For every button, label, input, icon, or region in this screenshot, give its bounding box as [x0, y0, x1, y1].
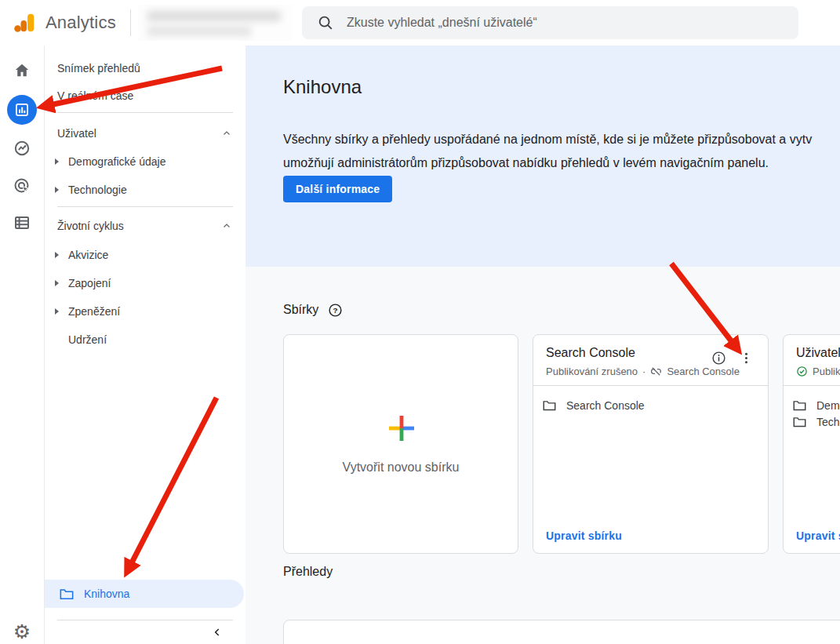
chevron-up-icon [222, 221, 231, 231]
card-report-list: Demografické údaje Technologie [784, 386, 840, 430]
dot-separator: · [642, 366, 645, 377]
rail-advertising-button[interactable] [6, 170, 38, 202]
expand-right-icon [55, 187, 59, 193]
analytics-logo-icon[interactable] [13, 11, 37, 35]
expand-right-icon [55, 280, 59, 286]
reports-heading: Přehledy [283, 564, 333, 580]
search-icon [317, 14, 334, 31]
link-off-icon [650, 366, 662, 377]
sidebar-item-retention[interactable]: Udržení [45, 332, 245, 347]
svg-text:?: ? [333, 305, 338, 314]
card-header: Search Console Publikování zrušeno · Sea… [533, 335, 768, 385]
chevron-left-icon [212, 627, 223, 638]
sidebar-divider [57, 112, 233, 113]
home-icon [13, 61, 31, 80]
sidebar-item-realtime[interactable]: V reálném čase [45, 88, 245, 104]
card-title: Uživatel [796, 346, 840, 360]
edit-collection-link[interactable]: Upravit sbírku [796, 529, 840, 542]
info-icon[interactable] [709, 348, 728, 367]
gear-icon: ⚙ [13, 622, 31, 642]
more-options-icon[interactable] [736, 348, 755, 367]
card-status-row: Publikování zrušeno · Search Console [546, 366, 755, 377]
chevron-up-icon [222, 129, 231, 138]
linked-property-label: Search Console [667, 366, 740, 377]
folder-icon [793, 417, 806, 428]
topbar-divider [130, 9, 131, 36]
list-table-icon [13, 213, 31, 232]
sidebar-item-monetization[interactable]: Zpeněžení [45, 304, 245, 319]
sidebar-item-demographics[interactable]: Demografické údaje [45, 154, 245, 169]
collection-card-search-console: Search Console Publikování zrušeno · Sea… [533, 334, 769, 554]
sidebar-section-lifecycle[interactable]: Životní cyklus [45, 218, 245, 234]
nav-rail: ⚙ [0, 45, 45, 644]
rail-home-button[interactable] [6, 55, 38, 86]
collapse-sidebar-button[interactable] [208, 623, 227, 642]
global-search [302, 6, 798, 39]
folder-icon [60, 588, 74, 600]
sidebar-item-snapshot[interactable]: Snímek přehledů [45, 60, 245, 76]
report-list-item[interactable]: Demografické údaje [793, 397, 840, 413]
learn-more-button[interactable]: Další informace [283, 176, 392, 202]
expand-right-icon [55, 252, 59, 258]
account-property-selector-redacted[interactable] [138, 5, 292, 41]
collection-card-user: Uživatel Publikováno Demografické údaje [783, 334, 840, 554]
sidebar-item-library[interactable]: Knihovna [45, 580, 244, 608]
sidebar-item-technology[interactable]: Technologie [45, 182, 245, 198]
card-report-list: Search Console [533, 386, 768, 413]
rail-admin-library-button[interactable] [6, 207, 38, 238]
folder-icon [543, 400, 556, 411]
expand-right-icon [55, 158, 59, 165]
sidebar-divider [57, 206, 233, 207]
search-input[interactable] [347, 16, 786, 30]
reports-icon [14, 102, 30, 118]
collections-heading: Sbírky ? [283, 302, 343, 318]
redacted-text-line [147, 26, 251, 36]
reports-sidebar: Snímek přehledů V reálném čase Uživatel … [45, 45, 245, 644]
advertising-icon [13, 176, 31, 195]
sidebar-section-user[interactable]: Uživatel [45, 126, 245, 141]
create-collection-label: Vytvořit novou sbírku [284, 460, 518, 475]
publish-status: Publikováno [813, 366, 840, 377]
folder-icon [793, 400, 806, 411]
reports-table-panel [283, 620, 840, 644]
google-plus-icon [387, 414, 416, 446]
rail-settings-button[interactable]: ⚙ [6, 616, 38, 644]
edit-collection-link[interactable]: Upravit sbírku [546, 529, 622, 542]
rail-explore-button[interactable] [6, 133, 38, 164]
published-check-icon [796, 366, 808, 377]
sidebar-item-engagement[interactable]: Zapojení [45, 275, 245, 291]
expand-right-icon [55, 308, 59, 315]
publish-status: Publikování zrušeno [546, 366, 638, 377]
page-title: Knihovna [283, 76, 362, 98]
help-icon[interactable]: ? [328, 303, 343, 318]
report-list-item[interactable]: Search Console [543, 397, 768, 413]
redacted-text-line [147, 11, 281, 21]
sidebar-divider [57, 620, 233, 620]
page-description: Všechny sbírky a přehledy uspořádané na … [283, 128, 812, 175]
report-list-item[interactable]: Technologie [793, 413, 840, 430]
app-title: Analytics [45, 0, 116, 45]
rail-reports-button[interactable] [7, 95, 37, 125]
explore-icon [13, 139, 31, 158]
top-bar: Analytics [0, 0, 840, 45]
library-hero-banner: Knihovna Všechny sbírky a přehledy uspoř… [245, 45, 840, 267]
create-collection-card[interactable]: Vytvořit novou sbírku [283, 334, 518, 554]
main-content: Knihovna Všechny sbírky a přehledy uspoř… [245, 45, 840, 644]
sidebar-item-acquisition[interactable]: Akvizice [45, 247, 245, 263]
card-header: Uživatel Publikováno [784, 335, 840, 385]
card-status-row: Publikováno [796, 366, 840, 377]
